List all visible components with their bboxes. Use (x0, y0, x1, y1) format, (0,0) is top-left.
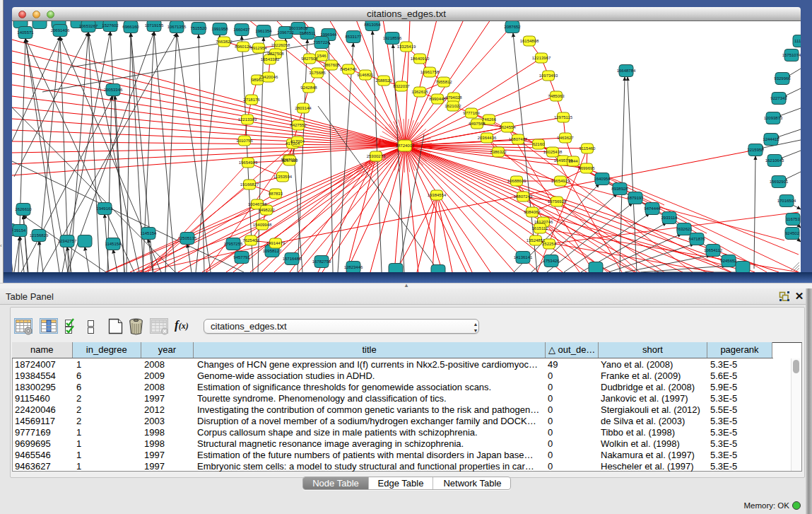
svg-text:9463627: 9463627 (557, 136, 574, 140)
svg-text:6497568: 6497568 (469, 122, 486, 126)
svg-text:98961: 98961 (252, 78, 264, 82)
svg-text:2626610: 2626610 (15, 207, 32, 211)
svg-text:7485063: 7485063 (548, 94, 565, 98)
svg-text:8454749: 8454749 (340, 67, 357, 71)
svg-text:16782759: 16782759 (312, 259, 331, 264)
svg-text:9084067: 9084067 (524, 210, 541, 214)
svg-text:19654983: 19654983 (239, 160, 258, 165)
svg-text:8267110: 8267110 (282, 158, 299, 163)
svg-text:1405571: 1405571 (17, 30, 34, 35)
svg-text:1546: 1546 (317, 54, 326, 58)
svg-text:7663822: 7663822 (216, 40, 233, 44)
svg-text:9777169: 9777169 (463, 111, 480, 115)
svg-text:10958127: 10958127 (263, 249, 282, 253)
svg-text:8960124: 8960124 (235, 45, 252, 49)
svg-text:8938928: 8938928 (611, 187, 628, 191)
svg-text:1949161: 1949161 (96, 206, 113, 211)
svg-text:9146821: 9146821 (357, 73, 374, 77)
svg-text:10653267: 10653267 (79, 24, 98, 28)
svg-text:9227343: 9227343 (770, 96, 787, 100)
svg-text:19166827: 19166827 (240, 182, 259, 187)
svg-text:9329966: 9329966 (774, 76, 791, 81)
svg-text:3175685: 3175685 (309, 71, 326, 75)
svg-text:7632621: 7632621 (676, 227, 693, 231)
svg-text:9474444: 9474444 (644, 206, 661, 211)
svg-text:1991958: 1991958 (211, 27, 228, 31)
svg-text:16033809: 16033809 (289, 26, 308, 30)
svg-text:17016504: 17016504 (777, 199, 796, 203)
svg-text:7357224: 7357224 (313, 40, 330, 45)
svg-text:2718176: 2718176 (243, 98, 260, 102)
svg-text:252254: 252254 (542, 242, 557, 246)
svg-text:1621022: 1621022 (445, 104, 461, 108)
svg-text:1498222: 1498222 (258, 208, 275, 212)
svg-text:11174: 11174 (794, 39, 801, 43)
svg-text:16120746: 16120746 (534, 220, 553, 224)
svg-text:10688609: 10688609 (507, 179, 526, 183)
svg-text:9827508: 9827508 (267, 52, 284, 56)
svg-text:20691406: 20691406 (51, 28, 70, 33)
svg-text:12093873: 12093873 (764, 116, 783, 120)
svg-text:10719155: 10719155 (145, 23, 164, 28)
svg-text:19756928: 19756928 (548, 199, 567, 204)
svg-text:8912954: 8912954 (250, 46, 267, 50)
svg-text:887833: 887833 (269, 192, 283, 196)
svg-text:14136141: 14136141 (514, 255, 533, 259)
svg-text:8322037: 8322037 (393, 84, 410, 88)
svg-text:9115460: 9115460 (579, 146, 596, 151)
svg-text:10671355: 10671355 (167, 25, 187, 29)
svg-text:12823446: 12823446 (344, 265, 363, 269)
svg-text:1844: 1844 (568, 159, 578, 163)
svg-text:8471876: 8471876 (688, 237, 705, 241)
svg-text:1961354: 1961354 (255, 29, 272, 33)
svg-text:7955812: 7955812 (435, 80, 452, 84)
svg-text:10654112: 10654112 (704, 248, 723, 252)
svg-text:15409948: 15409948 (253, 223, 272, 227)
svg-text:15751074: 15751074 (782, 53, 801, 57)
svg-text:116753: 116753 (786, 217, 800, 221)
svg-text:6879197: 6879197 (627, 196, 644, 200)
svg-text:18640910: 18640910 (411, 57, 430, 61)
svg-text:20364436: 20364436 (478, 136, 497, 140)
svg-text:1753426: 1753426 (543, 259, 560, 263)
svg-text:10973493: 10973493 (539, 74, 558, 78)
svg-text:9242848: 9242848 (300, 86, 317, 90)
svg-text:9457791: 9457791 (233, 255, 250, 259)
svg-text:23226058: 23226058 (271, 43, 290, 47)
svg-text:6966160: 6966160 (122, 25, 139, 29)
svg-text:6794028: 6794028 (445, 95, 462, 100)
svg-text:7625402: 7625402 (242, 238, 259, 243)
svg-text:12213389: 12213389 (238, 117, 257, 122)
svg-text:12213967: 12213967 (532, 56, 551, 60)
svg-text:9699695: 9699695 (578, 166, 595, 170)
svg-text:13325419: 13325419 (397, 45, 416, 49)
svg-text:924502: 924502 (785, 231, 800, 235)
svg-text:20053346: 20053346 (104, 88, 123, 92)
svg-text:62160: 62160 (533, 142, 545, 146)
svg-text:1660437: 1660437 (233, 28, 250, 32)
svg-text:15692901: 15692901 (770, 180, 789, 184)
svg-text:16961758: 16961758 (420, 70, 440, 74)
svg-text:1527602: 1527602 (102, 23, 119, 28)
svg-text:8427552: 8427552 (290, 123, 307, 127)
svg-text:1244415: 1244415 (763, 137, 779, 141)
svg-text:10046798: 10046798 (248, 202, 267, 206)
svg-text:19218596: 19218596 (383, 36, 402, 40)
svg-text:12505135: 12505135 (178, 236, 197, 240)
svg-text:7386322: 7386322 (490, 150, 507, 154)
svg-text:1096712: 1096712 (277, 30, 294, 35)
svg-text:10025438: 10025438 (543, 150, 563, 154)
svg-text:15716485: 15716485 (283, 257, 302, 261)
svg-text:12342757: 12342757 (58, 239, 77, 243)
svg-text:16210643: 16210643 (765, 158, 784, 163)
svg-text:12975115: 12975115 (554, 115, 573, 119)
svg-text:3215958: 3215958 (747, 148, 764, 152)
svg-text:10807487: 10807487 (509, 137, 528, 141)
svg-text:2803144: 2803144 (295, 106, 312, 110)
svg-text:16154808: 16154808 (520, 39, 539, 43)
svg-text:39154: 39154 (14, 228, 26, 233)
svg-text:1145154: 1145154 (105, 242, 122, 246)
svg-text:17957255: 17957255 (224, 242, 243, 246)
svg-text:1145154: 1145154 (141, 231, 158, 235)
svg-text:1010755: 1010755 (236, 139, 253, 143)
